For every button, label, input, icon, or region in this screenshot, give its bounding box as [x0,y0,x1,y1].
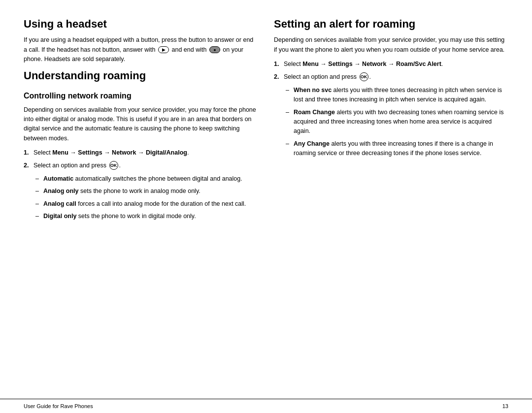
alert-network-label: Network [362,61,386,67]
step-2-content: Select an option and press OK. [33,161,121,170]
digital-analog-label: Digital/Analog [146,149,187,156]
bullet-digital-only-text: Digital only sets the phone to work in d… [43,212,196,221]
headset-title: Using a headset [24,18,258,31]
send-icon: ▶ [158,46,169,53]
alert-settings-label: Settings [328,61,352,67]
dash-2: – [35,187,41,196]
bullet-when-no-svc-text: When no svc alerts you with three tones … [294,86,508,105]
roaming-title: Understanding roaming [24,69,258,82]
bullet-analog-call: – Analog call forces a call into analog … [35,199,258,209]
controlling-roaming-body: Depending on services available from you… [24,105,258,144]
left-column: Using a headset If you are using a heads… [24,18,258,389]
dash-1: – [35,174,41,184]
bullet-analog-only: – Analog only sets the phone to work in … [35,187,258,196]
bullet-analog-call-text: Analog call forces a call into analog mo… [43,199,246,209]
bullet-roam-change-text: Roam Change alerts you with two decreasi… [294,108,508,136]
alert-options-list: – When no svc alerts you with three tone… [286,86,508,159]
alert-roaming-body: Depending on services available from you… [274,35,508,55]
settings-label: Settings [78,149,102,156]
bullet-digital-only: – Digital only sets the phone to work in… [35,212,258,221]
alert-menu-label: Menu [302,61,319,67]
alert-step-1-num: 1. [274,60,282,69]
footer-page-number: 13 [502,403,508,409]
alert-step-1-content: Select Menu → Settings → Network → Roam/… [284,60,443,69]
step-1: 1. Select Menu → Settings → Network → Di… [24,148,258,158]
alert-dash-2: – [286,108,292,117]
step-1-content: Select Menu → Settings → Network → Digit… [33,148,189,158]
bullet-roam-change: – Roam Change alerts you with two decrea… [286,108,508,136]
network-label: Network [112,149,136,156]
alert-step-2-content: Select an option and press OK. [284,72,371,82]
alert-step-2: 2. Select an option and press OK. [274,72,508,82]
page: Using a headset If you are using a heads… [0,0,532,413]
page-footer: User Guide for Rave Phones 13 [0,399,532,413]
alert-step-1: 1. Select Menu → Settings → Network → Ro… [274,60,508,69]
alert-step-2-num: 2. [274,72,282,82]
alert-dash-1: – [286,86,292,95]
roam-svc-alert-label: Roam/Svc Alert [396,61,441,67]
alert-roaming-title: Setting an alert for roaming [274,18,508,31]
alert-arrow1: → [320,61,327,67]
alert-ok-button-icon: OK [360,72,368,81]
arrow1: → [70,149,76,156]
ok-button-icon: OK [109,161,118,170]
content-area: Using a headset If you are using a heads… [0,0,532,389]
headset-body: If you are using a headset equipped with… [24,35,258,64]
end-icon: ■ [209,46,220,53]
bullet-analog-only-text: Analog only sets the phone to work in an… [43,187,200,196]
roaming-options-list: – Automatic automatically switches the p… [35,174,258,222]
alert-arrow2: → [354,61,361,67]
step-2-num: 2. [24,161,32,170]
step-2: 2. Select an option and press OK. [24,161,258,170]
alert-arrow3: → [388,61,395,67]
bullet-automatic: – Automatic automatically switches the p… [35,174,258,184]
bullet-any-change-text: Any Change alerts you with three increas… [294,139,508,159]
arrow3: → [138,149,144,156]
bullet-when-no-svc: – When no svc alerts you with three tone… [286,86,508,105]
footer-left-text: User Guide for Rave Phones [24,403,93,409]
right-column: Setting an alert for roaming Depending o… [274,18,508,389]
headset-body-text2: and end with [170,46,208,53]
dash-3: – [35,199,41,209]
controlling-roaming-title: Controlling network roaming [24,91,258,101]
alert-dash-3: – [286,139,292,149]
dash-4: – [35,212,41,221]
bullet-any-change: – Any Change alerts you with three incre… [286,139,508,159]
step-1-num: 1. [24,148,32,158]
alert-roaming-steps: 1. Select Menu → Settings → Network → Ro… [274,60,508,82]
arrow2: → [104,149,110,156]
controlling-roaming-steps: 1. Select Menu → Settings → Network → Di… [24,148,258,170]
menu-label: Menu [52,149,68,156]
bullet-automatic-text: Automatic automatically switches the pho… [43,174,242,184]
